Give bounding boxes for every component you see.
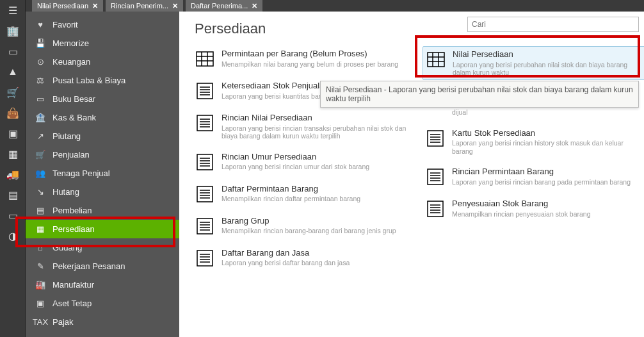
report-desc: Menampilkan rincian barang-barang dari b… — [221, 227, 412, 235]
tax-icon: TAX — [35, 317, 46, 327]
tab-label: Nilai Persediaan — [37, 2, 88, 10]
save-icon: 💾 — [35, 38, 46, 48]
tooltip: Nilai Persediaan - Laporan yang berisi p… — [320, 81, 639, 108]
report-desc: Menampilkan rincian daftar permintaan ba… — [221, 195, 412, 203]
sidebar-item-debt[interactable]: ↘Hutang — [26, 183, 179, 201]
svg-rect-35 — [428, 53, 444, 67]
report-desc: Laporan yang berisi perubahan nilai stok… — [453, 61, 642, 77]
report-item[interactable]: Kartu Stok PersediaanLaporan yang berisi… — [425, 128, 643, 156]
bank-icon: 🏦 — [35, 113, 46, 122]
report-desc: Menampilkan rincian penyesuaian stok bar… — [452, 210, 643, 218]
iconbar-grid-icon[interactable]: ▦ — [0, 144, 26, 164]
svg-rect-55 — [428, 201, 443, 217]
iconbar-folder-icon[interactable]: ▭ — [0, 205, 26, 226]
sidebar-item-label: Pembelian — [52, 206, 92, 215]
debt-icon: ↘ — [35, 187, 46, 197]
sidebar-item-label: Tenaga Penjual — [52, 168, 110, 178]
report-item[interactable]: Barang GrupMenampilkan rincian barang-ba… — [195, 216, 412, 236]
sidebar-item-label: Gudang — [52, 243, 82, 252]
tab-label: Rincian Penerim... — [111, 2, 168, 10]
close-icon[interactable]: ✕ — [172, 2, 178, 10]
search-input[interactable] — [467, 17, 639, 32]
sidebar-item-factory[interactable]: 🏭Manufaktur — [26, 275, 179, 294]
sidebar-item-stock[interactable]: ▦Persediaan — [26, 220, 179, 238]
sidebar-item-warehouse[interactable]: ⌂Gudang — [26, 238, 179, 257]
factory-icon: 🏭 — [35, 280, 46, 290]
book-icon: ▭ — [35, 94, 46, 104]
tab-0[interactable]: Nilai Persediaan✕ — [32, 0, 103, 12]
coin-icon: ⊙ — [35, 57, 46, 67]
report-item[interactable]: Rincian Permintaan BarangLaporan yang be… — [425, 167, 643, 187]
sidebar-item-tax[interactable]: TAXPajak — [26, 313, 179, 331]
report-item[interactable]: Rincian Nilai PersediaanLaporan yang ber… — [195, 113, 412, 140]
sidebar-item-book[interactable]: ▭Buku Besar — [26, 90, 179, 108]
search-box — [467, 17, 639, 32]
report-lines-icon — [195, 152, 215, 172]
iconbar-box-icon[interactable]: ▣ — [0, 123, 26, 144]
iconbar-pie-icon[interactable]: ◑ — [0, 226, 26, 246]
sidebar-item-purchase[interactable]: ▤Pembelian — [26, 201, 179, 220]
warehouse-icon: ⌂ — [35, 243, 46, 252]
sidebar-item-receivable[interactable]: ↗Piutang — [26, 127, 179, 145]
close-icon[interactable]: ✕ — [252, 2, 257, 10]
svg-rect-25 — [197, 218, 213, 234]
tab-1[interactable]: Rincian Penerim...✕ — [106, 0, 183, 12]
report-desc: Menampilkan nilai barang yang belum di p… — [221, 60, 412, 69]
sidebar-item-save[interactable]: 💾Memorize — [26, 34, 179, 53]
report-title: Barang Grup — [221, 216, 412, 226]
stock-icon: ▦ — [35, 224, 46, 234]
sidebar-item-asset[interactable]: ▣Aset Tetap — [26, 294, 179, 313]
svg-rect-15 — [197, 154, 213, 170]
report-title: Permintaan per Barang (Belum Proses) — [221, 49, 412, 59]
sidebar-item-people[interactable]: 👥Tenaga Penjual — [26, 164, 179, 183]
sidebar-item-label: Pekerjaan Pesanan — [52, 261, 125, 271]
report-lines-icon — [195, 81, 215, 101]
report-item[interactable]: Rincian Umur PersediaanLaporan yang beri… — [195, 152, 412, 172]
iconbar-misc-icon[interactable]: ▤ — [0, 185, 26, 205]
report-item[interactable]: Penyesuaian Stok BarangMenampilkan rinci… — [425, 199, 643, 219]
iconbar-menu-icon[interactable]: ☰ — [0, 0, 26, 21]
people-icon: 👥 — [35, 168, 46, 178]
asset-icon: ▣ — [35, 299, 46, 308]
report-item[interactable]: Daftar Permintaan BarangMenampilkan rinc… — [195, 184, 412, 204]
report-title: Rincian Permintaan Barang — [452, 167, 643, 177]
report-item[interactable]: Daftar Barang dan JasaLaporan yang beris… — [195, 248, 412, 268]
iconbar-chart-icon[interactable]: ▲ — [0, 62, 26, 82]
report-lines-icon — [425, 128, 446, 149]
cart-icon: 🛒 — [35, 150, 46, 160]
iconbar-cart-icon[interactable]: 🛒 — [0, 82, 26, 103]
iconbar-book-icon[interactable]: ▭ — [0, 41, 26, 62]
report-desc: Laporan yang berisi rincian umur dari st… — [221, 163, 412, 171]
report-item[interactable]: Permintaan per Barang (Belum Proses)Mena… — [195, 49, 412, 69]
report-lines-icon — [425, 167, 446, 187]
sidebar-item-cart[interactable]: 🛒Penjualan — [26, 145, 179, 164]
iconbar-bag-icon[interactable]: 👜 — [0, 103, 26, 123]
report-title: Nilai Persediaan — [453, 49, 642, 60]
iconbar-truck-icon[interactable]: 🚚 — [0, 164, 26, 185]
sidebar-item-label: Hutang — [52, 187, 79, 197]
sidebar-item-heart[interactable]: ♥Favorit — [26, 15, 179, 34]
svg-rect-20 — [197, 186, 213, 202]
sidebar-item-label: Favorit — [52, 20, 78, 29]
close-icon[interactable]: ✕ — [92, 2, 98, 10]
sidebar-item-label: Manufaktur — [52, 280, 94, 290]
sidebar-item-balance[interactable]: ⚖Pusat Laba & Biaya — [26, 71, 179, 90]
iconbar-building-icon[interactable]: 🏢 — [0, 21, 26, 41]
reports-column-right: Nilai PersediaanLaporan yang berisi peru… — [425, 49, 643, 231]
svg-rect-45 — [428, 131, 443, 146]
purchase-icon: ▤ — [35, 206, 46, 215]
report-grid-icon — [426, 49, 446, 70]
report-desc: Laporan yang berisi daftar barang dan ja… — [221, 259, 412, 267]
report-desc: Laporan yang berisi rincian transaksi pe… — [221, 124, 412, 140]
report-lines-icon — [195, 248, 215, 268]
tab-2[interactable]: Daftar Penerima...✕ — [186, 0, 262, 12]
report-desc: Laporan yang berisi rincian barang pada … — [452, 178, 643, 186]
sidebar-item-coin[interactable]: ⊙Keuangan — [26, 53, 179, 71]
report-item[interactable]: Nilai PersediaanLaporan yang berisi peru… — [423, 46, 644, 80]
report-grid-icon — [195, 49, 215, 69]
sidebar-item-job[interactable]: ✎Pekerjaan Pesanan — [26, 257, 179, 275]
receivable-icon: ↗ — [35, 131, 46, 141]
sidebar-menu: ♥Favorit💾Memorize⊙Keuangan⚖Pusat Laba & … — [26, 12, 179, 331]
sidebar-item-bank[interactable]: 🏦Kas & Bank — [26, 108, 179, 127]
svg-rect-10 — [197, 115, 213, 131]
